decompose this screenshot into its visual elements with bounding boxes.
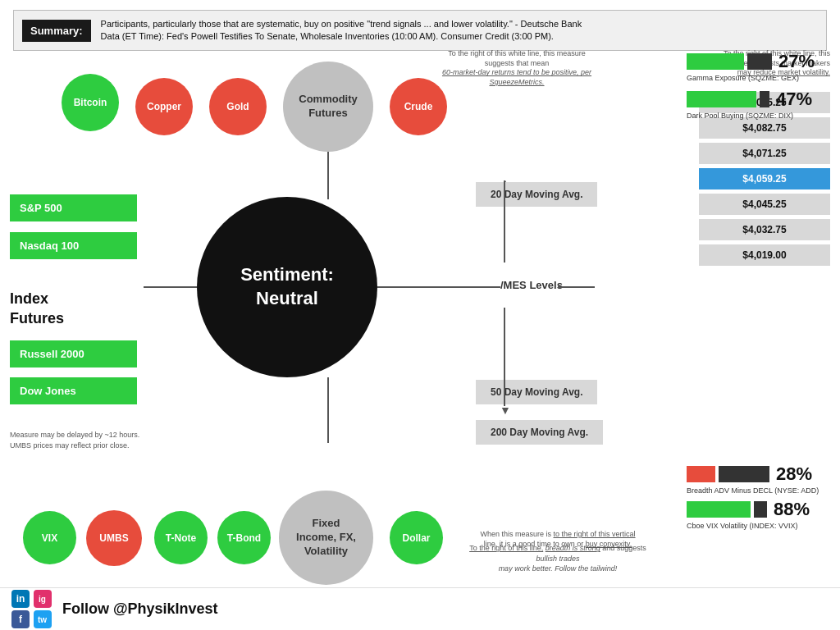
mes-levels-label: /MES Levels <box>500 279 563 291</box>
dark-pool-label: Dark Pool Buying (SQZME: DIX) <box>687 112 830 121</box>
summary-label: Summary: <box>22 20 91 42</box>
cboe-indicator: 88% Cboe VIX Volatility (INDEX: VVIX) <box>687 499 830 531</box>
breadth-pct: 28% <box>776 463 812 485</box>
arrow-up-line <box>504 180 505 262</box>
index-futures-label: Index Futures <box>10 271 64 328</box>
bottom-annotation-right: To the right of this line, breadth is st… <box>468 543 648 574</box>
20-day-ma-box: 20 Day Moving Avg. <box>476 182 597 207</box>
mes-connector <box>558 286 595 288</box>
social-icons-group: in ig f tw <box>11 590 52 628</box>
sp500-box[interactable]: S&P 500 <box>10 194 137 221</box>
mes-level-3-active[interactable]: $4,059.25 <box>699 168 830 189</box>
cboe-pct: 88% <box>774 499 810 520</box>
connector-bottom-vertical <box>327 377 329 443</box>
summary-bar: Summary: Participants, particularly thos… <box>13 10 827 51</box>
fixed-income-bubble[interactable]: Fixed Income, FX, Volatility <box>279 491 373 585</box>
instagram-icon[interactable]: ig <box>34 590 52 608</box>
delay-note: Measure may be delayed by ~12 hours. UMB… <box>10 418 141 452</box>
bitcoin-bubble[interactable]: Bitcoin <box>62 74 119 131</box>
summary-text: Participants, particularly those that ar… <box>101 18 582 43</box>
facebook-icon[interactable]: f <box>11 610 30 628</box>
connector-left-horizontal <box>144 286 197 288</box>
connector-right-horizontal <box>377 286 500 288</box>
gold-bubble[interactable]: Gold <box>209 78 267 135</box>
mes-level-1[interactable]: $4,082.75 <box>699 117 830 139</box>
dollar-bubble[interactable]: Dollar <box>390 511 443 564</box>
cboe-label: Cboe VIX Volatility (INDEX: VVIX) <box>687 522 830 531</box>
linkedin-icon[interactable]: in <box>11 590 30 608</box>
breadth-label: Breadth ADV Minus DECL (NYSE: ADD) <box>687 486 830 495</box>
follow-text: Follow @PhysikInvest <box>62 600 218 618</box>
gamma-label: Gamma Exposure (SQZME: GEX) <box>687 74 830 83</box>
top-annotation-left: To the right of this white line, this me… <box>435 49 599 88</box>
umbs-bubble[interactable]: UMBS <box>86 510 142 566</box>
arrow-down-line <box>504 308 505 406</box>
sentiment-circle: Sentiment: Neutral <box>197 197 377 377</box>
tnote-bubble[interactable]: T-Note <box>154 511 208 564</box>
twitter-icon[interactable]: tw <box>34 610 52 628</box>
200-day-ma-box: 200 Day Moving Avg. <box>476 420 603 445</box>
mes-level-2[interactable]: $4,071.25 <box>699 143 830 164</box>
commodity-futures-bubble[interactable]: Commodity Futures <box>283 62 373 152</box>
crude-bubble[interactable]: Crude <box>390 78 447 135</box>
footer: in ig f tw Follow @PhysikInvest <box>0 587 840 630</box>
vix-bubble[interactable]: VIX <box>23 511 76 564</box>
connector-top-vertical <box>327 152 329 199</box>
dow-jones-box[interactable]: Dow Jones <box>10 377 137 404</box>
gamma-pct: 27% <box>778 51 815 72</box>
russell-box[interactable]: Russell 2000 <box>10 340 137 368</box>
dark-pool-indicator: 47% Dark Pool Buying (SQZME: DIX) <box>687 89 830 121</box>
50-day-ma-box: 50 Day Moving Avg. <box>476 380 597 404</box>
mes-level-6[interactable]: $4,019.00 <box>699 244 830 266</box>
breadth-indicator: 28% Breadth ADV Minus DECL (NYSE: ADD) <box>687 463 830 495</box>
dark-pool-pct: 47% <box>776 89 812 110</box>
nasdaq-box[interactable]: Nasdaq 100 <box>10 232 137 259</box>
copper-bubble[interactable]: Copper <box>135 78 193 135</box>
tbond-bubble[interactable]: T-Bond <box>217 511 271 564</box>
mes-level-4[interactable]: $4,045.25 <box>699 194 830 215</box>
mes-level-5[interactable]: $4,032.75 <box>699 219 830 240</box>
gamma-indicator: 27% Gamma Exposure (SQZME: GEX) <box>687 51 830 83</box>
